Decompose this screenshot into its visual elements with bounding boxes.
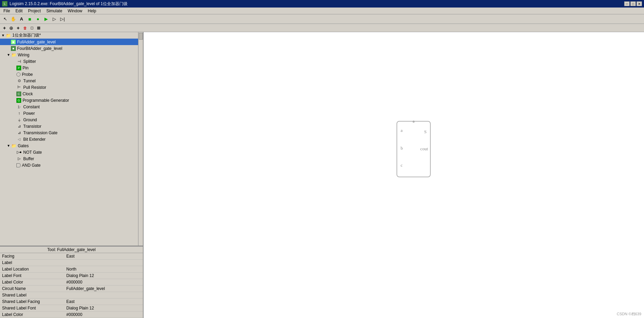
toolbar2-add[interactable]: + — [1, 25, 8, 31]
tree-item-splitter[interactable]: ⊣ Splitter — [0, 58, 143, 65]
menu-edit[interactable]: Edit — [13, 8, 25, 14]
menu-project[interactable]: Project — [26, 8, 43, 14]
tree-item-constant[interactable]: 1· Constant — [0, 103, 143, 110]
tree-label-power: Power — [23, 111, 35, 116]
toolbar-play[interactable]: ▶ — [42, 15, 50, 23]
circuit-icon-fulladder: ■ — [11, 40, 16, 44]
port-a-label: a — [401, 128, 403, 133]
prop-shared-label-facing-label: Shared Label Facing — [0, 299, 64, 305]
prop-label-color2-label: Label Color — [0, 312, 64, 318]
prop-label-color2: Label Color #000000 — [0, 312, 143, 318]
prop-circuit-name-label: Circuit Name — [0, 286, 64, 292]
prop-facing-value: East — [64, 253, 143, 260]
tree-label-probe: Probe — [22, 72, 33, 77]
toolbar2-delete[interactable]: 🗑 — [22, 25, 28, 31]
menu-window[interactable]: Window — [66, 8, 84, 14]
prop-shared-label-label: Shared Label — [0, 292, 64, 299]
tree-label-transmission: Transmission Gate — [23, 130, 57, 135]
proggen-icon: G — [16, 98, 21, 103]
close-button[interactable]: ✕ — [636, 1, 642, 6]
prop-shared-label-font-label: Shared Label Font — [0, 305, 64, 312]
tree-label-wiring: Wiring — [18, 53, 29, 57]
toolbar-text[interactable]: A — [18, 15, 25, 23]
toolbar-dot[interactable]: ● — [34, 15, 42, 23]
tree-label-gates: Gates — [18, 143, 29, 148]
prop-label-font-value: Dialog Plain 12 — [64, 273, 143, 279]
tree-item-notgate[interactable]: ▷● NOT Gate — [0, 149, 143, 155]
maximize-button[interactable]: □ — [630, 1, 636, 6]
tree-item-ground[interactable]: ⏚ Ground — [0, 116, 143, 123]
transistor-icon: ⊿ — [16, 124, 22, 129]
prop-label-font: Label Font Dialog Plain 12 — [0, 273, 143, 279]
toolbar2-plus[interactable]: + — [15, 25, 21, 31]
prop-circuit-name-value: FullAdder_gate_level — [64, 286, 143, 292]
tree-root[interactable]: ▼ 📁 1位全加器门级* — [0, 32, 143, 39]
properties-table: Facing East Label Label Location North L… — [0, 253, 143, 318]
prop-facing: Facing East — [0, 253, 143, 260]
tree-item-transistor[interactable]: ⊿ Transistor — [0, 123, 143, 129]
canvas-area[interactable]: a b c S cout CSDN ©档639 — [144, 32, 644, 318]
tree-item-andgate[interactable]: AND Gate — [0, 162, 143, 168]
tree-label-splitter: Splitter — [23, 59, 36, 64]
power-icon: ↑ — [16, 111, 22, 116]
tree-label-pullresistor: Pull Resistor — [23, 85, 46, 90]
toolbar-step[interactable]: ▷ — [51, 15, 58, 23]
prop-label-label: Label — [0, 260, 64, 266]
tree-item-gates[interactable]: ▼ 📁 Gates — [0, 142, 143, 149]
tree-item-fulladder[interactable]: ■ FullAdder_gate_level — [0, 39, 143, 45]
prop-label-font-label: Label Font — [0, 273, 64, 279]
prop-shared-label-facing-value: East — [64, 299, 143, 305]
minimize-button[interactable]: ─ — [624, 1, 630, 6]
menu-help[interactable]: Help — [86, 8, 98, 14]
properties-area: Tool: FullAdder_gate_level Facing East L… — [0, 246, 143, 318]
toolbar-pointer[interactable]: ↖ — [1, 15, 9, 23]
tree-item-probe[interactable]: Probe — [0, 71, 143, 78]
prop-label-color-label: Label Color — [0, 279, 64, 286]
main-layout: ▼ 📁 1位全加器门级* ■ FullAdder_gate_level ■ Fo… — [0, 32, 644, 318]
scroll-thumb[interactable] — [139, 33, 143, 40]
toolbar-step2[interactable]: ▷| — [59, 15, 66, 23]
prop-label-location-label: Label Location — [0, 266, 64, 273]
prop-label-color2-value: #000000 — [64, 312, 143, 318]
tree-label-proggen: Programmable Generator — [23, 98, 69, 103]
tree-label-fourbit: FourBitAdder_gate_level — [17, 46, 62, 51]
toolbar2-grid[interactable]: ▦ — [36, 25, 42, 31]
tree-label-tunnel: Tunnel — [23, 79, 36, 83]
tree-label-bitextender: Bit Extender — [23, 137, 45, 142]
toolbar2-rect[interactable]: ◻ — [29, 25, 35, 31]
folder-icon-gates: 📁 — [11, 143, 16, 149]
tree-scrollbar[interactable] — [138, 32, 143, 246]
port-s-label: S — [424, 129, 427, 135]
menu-simulate[interactable]: Simulate — [44, 8, 64, 14]
tree-item-fourbit[interactable]: ■ FourBitAdder_gate_level — [0, 45, 143, 52]
tree-item-tunnel[interactable]: ⊙ Tunnel — [0, 78, 143, 84]
tree-item-pullresistor[interactable]: ⊢ Pull Resistor — [0, 84, 143, 91]
toolbar-edit[interactable]: ■ — [26, 15, 33, 23]
titlebar-left: L Logisim 2.15.0.2.exe: FourBitAdder_gat… — [2, 1, 128, 7]
port-cout-label: cout — [420, 146, 428, 152]
tree-item-power[interactable]: ↑ Power — [0, 110, 143, 116]
menubar: File Edit Project Simulate Window Help — [0, 8, 644, 14]
expand-arrow-root: ▼ — [1, 33, 5, 37]
prop-shared-label-facing: Shared Label Facing East — [0, 299, 143, 305]
expand-arrow-wiring: ▼ — [7, 53, 11, 57]
toolbar-hand[interactable]: ✋ — [10, 15, 17, 23]
tree-item-pin[interactable]: P Pin — [0, 65, 143, 71]
tree-item-wiring[interactable]: ▼ 📁 Wiring — [0, 52, 143, 58]
menu-file[interactable]: File — [1, 8, 12, 14]
app-icon: L — [2, 1, 8, 6]
window-controls[interactable]: ─ □ ✕ — [624, 1, 642, 6]
tree-item-proggen[interactable]: G Programmable Generator — [0, 97, 143, 103]
folder-icon-root: 📁 — [5, 33, 11, 38]
tree-item-transmission[interactable]: ⊿ Transmission Gate — [0, 129, 143, 136]
tree-label-fulladder: FullAdder_gate_level — [17, 40, 56, 44]
pullresistor-icon: ⊢ — [16, 85, 22, 90]
prop-shared-label-font-value: Dialog Plain 12 — [64, 305, 143, 312]
toolbar2: + ⊕ + 🗑 ◻ ▦ — [0, 24, 644, 32]
expand-arrow-gates: ▼ — [7, 144, 11, 148]
tree-item-bitextender[interactable]: ◁ Bit Extender — [0, 136, 143, 142]
toolbar2-add2[interactable]: ⊕ — [8, 25, 14, 31]
tree-item-clock[interactable]: C Clock — [0, 91, 143, 97]
prop-shared-label-font: Shared Label Font Dialog Plain 12 — [0, 305, 143, 312]
tree-item-buffer[interactable]: ▷ Buffer — [0, 155, 143, 162]
